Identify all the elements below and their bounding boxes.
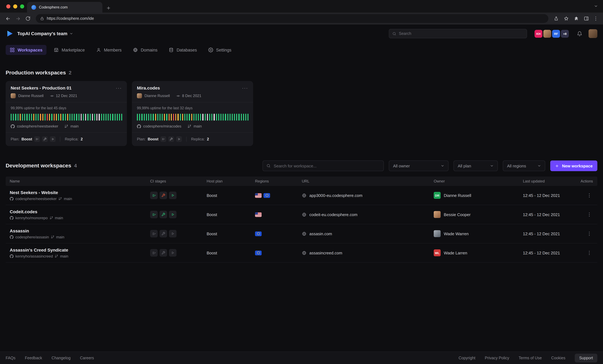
plus-icon: [106, 6, 111, 10]
ci-stage-run-chip: [50, 136, 56, 142]
row-actions-button[interactable]: ⋮: [587, 192, 597, 198]
member-overflow-count[interactable]: +8: [561, 30, 569, 37]
row-actions-button[interactable]: ⋮: [587, 231, 597, 236]
ci-stage-run-chip[interactable]: [169, 192, 176, 199]
workspace-name: Assassin's Creed Syndicate: [10, 247, 150, 252]
uptime-bar: [15, 114, 16, 121]
window-zoom-button[interactable]: [20, 4, 24, 9]
branch-icon: [65, 124, 68, 128]
ci-stage-build-chip[interactable]: [160, 230, 167, 237]
kebab-menu-icon: ⋮: [587, 212, 592, 217]
github-icon: [10, 216, 13, 220]
footer-link-faqs[interactable]: FAQs: [6, 356, 16, 360]
reload-button[interactable]: [23, 14, 33, 23]
uptime-bar: [223, 114, 224, 121]
browser-tab[interactable]: Codesphere.com: [27, 2, 102, 12]
ci-stage-checklist-chip[interactable]: [150, 192, 158, 199]
nav-tab-marketplace[interactable]: Marketplace: [50, 45, 89, 55]
repo-name: kennyho/monorepo: [15, 216, 48, 220]
bookmark-star-icon: [564, 16, 569, 21]
table-row[interactable]: Codeit.codes kennyho/monorepo main Boost: [6, 205, 597, 224]
footer-link-privacy-policy[interactable]: Privacy Policy: [485, 356, 509, 360]
ci-stage-run-chip[interactable]: [169, 211, 176, 218]
ci-stage-build-chip[interactable]: [160, 211, 167, 218]
ci-stage-build-chip[interactable]: [160, 192, 167, 199]
member-avatar[interactable]: [543, 30, 551, 37]
global-search-input[interactable]: [399, 31, 523, 36]
footer-link-terms-of-use[interactable]: Terms of Use: [519, 356, 542, 360]
footer-link-support[interactable]: Support: [575, 353, 597, 362]
footer-link-feedback[interactable]: Feedback: [25, 356, 42, 360]
uptime-bar: [63, 114, 64, 121]
workspace-url[interactable]: assasin.com: [309, 231, 332, 236]
new-workspace-button[interactable]: New workspace: [550, 161, 597, 171]
workspace-url[interactable]: app3000-eu.codesphere.com: [309, 193, 362, 198]
ci-stage-build-chip[interactable]: [160, 249, 167, 257]
profile-avatar[interactable]: [589, 29, 597, 38]
footer-link-cookies[interactable]: Cookies: [551, 356, 565, 360]
ci-stage-run-chip[interactable]: [169, 249, 176, 257]
ci-stage-checklist-chip[interactable]: [150, 211, 158, 218]
table-row[interactable]: Assassin's Creed Syndicate kennyho/assas…: [6, 243, 597, 263]
sidebar-toggle-button[interactable]: [582, 14, 591, 23]
plan-filter-select[interactable]: All plan: [454, 161, 498, 171]
row-actions-button[interactable]: ⋮: [587, 250, 597, 256]
tab-overview-chevron-icon[interactable]: [594, 4, 598, 8]
search-icon: [267, 164, 271, 168]
regions-filter-select[interactable]: All regions: [503, 161, 545, 171]
ci-stage-checklist-chip[interactable]: [150, 230, 158, 237]
footer-link-changelog[interactable]: Changelog: [51, 356, 70, 360]
nav-tab-workspaces[interactable]: Workspaces: [6, 45, 47, 55]
window-minimize-button[interactable]: [13, 4, 17, 9]
card-menu-button[interactable]: ···: [116, 86, 122, 90]
column-header-host-plan: Host plan: [207, 179, 255, 183]
footer-link-careers[interactable]: Careers: [80, 356, 94, 360]
bookmark-button[interactable]: [562, 14, 571, 23]
workspace-url[interactable]: codeit-eu.codesphere.com: [309, 212, 357, 217]
play-icon: [171, 213, 175, 216]
nav-tab-domains[interactable]: Domains: [129, 45, 162, 55]
ci-stage-run-chip[interactable]: [169, 230, 176, 237]
share-button[interactable]: [552, 14, 561, 23]
uptime-bar: [236, 114, 237, 121]
replica-label: Replica:: [191, 137, 205, 141]
forward-button[interactable]: [13, 14, 23, 23]
database-icon: [169, 47, 174, 52]
owner-filter-select[interactable]: All owner: [389, 161, 449, 171]
extensions-button[interactable]: [572, 14, 581, 23]
uptime-bar: [26, 114, 27, 121]
nav-tab-settings[interactable]: Settings: [204, 45, 236, 55]
workspace-card[interactable]: Mira.codes ··· Dianne Russell 8 Dec 2021…: [132, 81, 253, 146]
notifications-button[interactable]: [577, 31, 582, 36]
card-menu-button[interactable]: ···: [242, 86, 248, 90]
footer-link-copyright[interactable]: Copyright: [459, 356, 475, 360]
chevron-down-icon: [441, 164, 445, 168]
ci-stage-checklist-chip[interactable]: [150, 249, 158, 257]
window-close-button[interactable]: [6, 4, 10, 9]
uptime-bar: [51, 114, 52, 121]
row-actions-button[interactable]: ⋮: [587, 212, 597, 217]
back-button[interactable]: [3, 14, 12, 23]
workspace-search[interactable]: [263, 161, 384, 171]
nav-tab-databases[interactable]: Databases: [165, 45, 201, 55]
global-search[interactable]: [389, 29, 527, 38]
browser-menu-button[interactable]: ⋮: [592, 16, 600, 21]
workspace-name: Codeit.codes: [10, 209, 150, 214]
nav-tab-members[interactable]: Members: [92, 45, 126, 55]
site-favicon-icon: [31, 5, 36, 10]
table-row[interactable]: Assassin codesphere/assasin main Boost: [6, 224, 597, 243]
new-tab-button[interactable]: [106, 6, 111, 10]
member-avatar[interactable]: KH: [534, 30, 542, 37]
member-avatar-stack[interactable]: KH RF +8: [534, 30, 569, 37]
workspace-url[interactable]: assasincreed.com: [309, 250, 342, 255]
page-footer: FAQs Feedback Changelog Careers Copyrigh…: [0, 352, 603, 364]
uptime-bar: [83, 114, 84, 121]
workspace-search-input[interactable]: [274, 164, 380, 168]
team-switcher-button[interactable]: [70, 32, 73, 35]
footer-left-links: FAQs Feedback Changelog Careers: [6, 356, 94, 360]
address-bar[interactable]: https://codesphere.com/ide: [36, 14, 548, 23]
workspace-card[interactable]: Nest Seekers - Production 01 ··· Dianne …: [6, 81, 127, 146]
owner-name: Dianne Russell: [18, 94, 44, 98]
member-avatar[interactable]: RF: [552, 30, 560, 37]
table-row[interactable]: Nest Seekers - Website codesphere/neests…: [6, 186, 597, 205]
